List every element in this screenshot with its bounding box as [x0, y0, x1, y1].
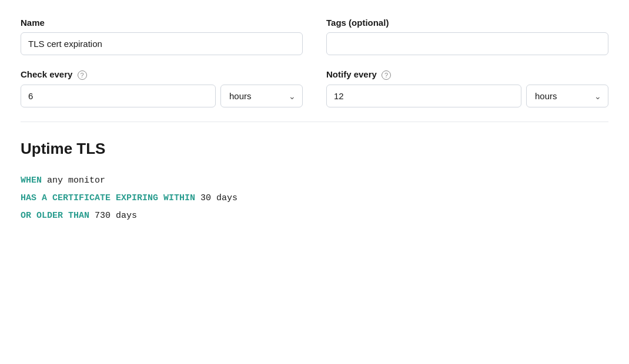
- check-notify-row: Check every ? minutes hours days ⌄ Notif…: [21, 69, 608, 107]
- uptime-tls-section: Uptime TLS WHEN any monitor HAS A CERTIF…: [21, 140, 608, 225]
- notify-every-number-input[interactable]: [326, 85, 521, 107]
- notify-every-input-row: minutes hours days ⌄: [326, 85, 608, 107]
- check-every-unit-wrapper: minutes hours days ⌄: [220, 85, 303, 107]
- tags-input[interactable]: [326, 32, 608, 55]
- keyword-or-older: OR OLDER THAN: [21, 211, 89, 221]
- code-text-3: 730 days: [95, 211, 137, 221]
- section-divider: [21, 122, 608, 122]
- code-line-2: HAS A CERTIFICATE EXPIRING WITHIN 30 day…: [21, 190, 608, 207]
- name-group: Name: [21, 18, 303, 55]
- check-every-label: Check every ?: [21, 69, 303, 80]
- keyword-has-cert: HAS A CERTIFICATE EXPIRING WITHIN: [21, 193, 195, 203]
- name-label: Name: [21, 18, 303, 28]
- notify-every-label: Notify every ?: [326, 69, 608, 80]
- code-line-1: WHEN any monitor: [21, 172, 608, 190]
- notify-every-unit-wrapper: minutes hours days ⌄: [526, 85, 608, 107]
- section-title: Uptime TLS: [21, 140, 608, 158]
- check-every-number-input[interactable]: [21, 85, 216, 107]
- tags-label: Tags (optional): [326, 18, 608, 28]
- name-tags-row: Name Tags (optional): [21, 18, 608, 55]
- name-input[interactable]: [21, 32, 303, 55]
- check-every-input-row: minutes hours days ⌄: [21, 85, 303, 107]
- check-every-group: Check every ? minutes hours days ⌄: [21, 69, 303, 107]
- notify-every-unit-select[interactable]: minutes hours days: [526, 85, 608, 107]
- keyword-when: WHEN: [21, 176, 42, 186]
- code-text-2: 30 days: [200, 193, 237, 203]
- code-text-1: any monitor: [47, 176, 105, 186]
- code-block: WHEN any monitor HAS A CERTIFICATE EXPIR…: [21, 172, 608, 225]
- code-line-3: OR OLDER THAN 730 days: [21, 207, 608, 225]
- notify-every-group: Notify every ? minutes hours days ⌄: [326, 69, 608, 107]
- check-every-help-icon[interactable]: ?: [78, 70, 87, 80]
- notify-every-help-icon[interactable]: ?: [382, 70, 391, 80]
- check-every-unit-select[interactable]: minutes hours days: [220, 85, 303, 107]
- tags-group: Tags (optional): [326, 18, 608, 55]
